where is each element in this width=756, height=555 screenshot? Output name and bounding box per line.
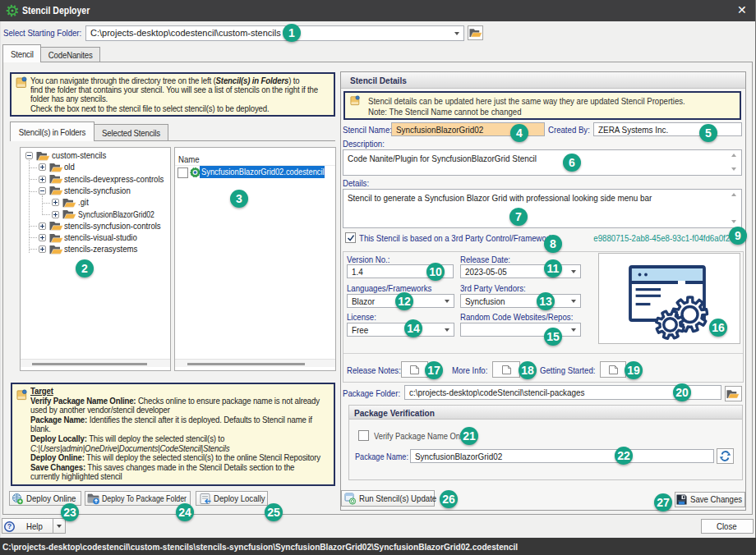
svg-text:?: ? xyxy=(7,522,12,530)
